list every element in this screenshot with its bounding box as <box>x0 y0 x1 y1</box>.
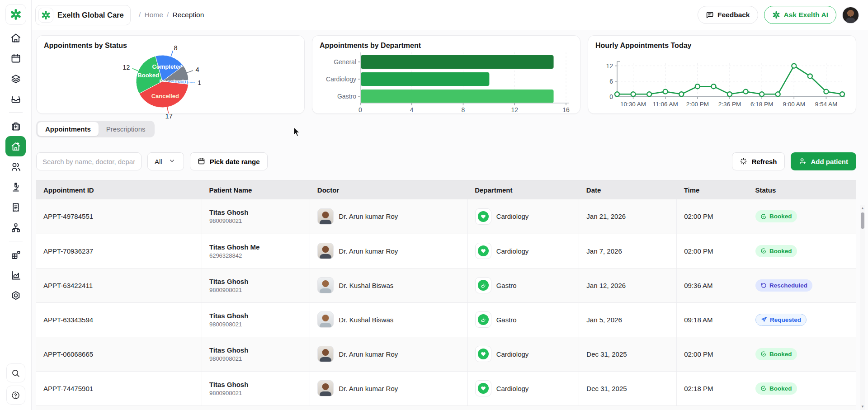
doctor-name: Dr. Arun kumar Roy <box>339 385 398 392</box>
sidebar-help-button[interactable] <box>6 386 25 405</box>
sidebar-item-layers[interactable] <box>5 68 26 89</box>
cardiology-icon <box>475 346 491 362</box>
svg-text:4: 4 <box>196 66 199 73</box>
hourly-chart-card: Hourly Appointments Today 061210:30 AM11… <box>588 35 856 114</box>
filter-value: All <box>155 158 162 165</box>
appointment-id: APPT-63343594 <box>36 302 202 337</box>
scroll-up-arrow[interactable]: ▲ <box>861 205 864 212</box>
sidebar-item-inbox[interactable] <box>5 89 26 109</box>
add-patient-button[interactable]: Add patient <box>791 152 857 170</box>
chart-title: Appointments by Status <box>44 42 297 50</box>
chart-title: Hourly Appointments Today <box>595 42 849 50</box>
reports-icon <box>10 270 21 281</box>
booked-icon <box>760 385 767 391</box>
help-icon <box>11 391 20 400</box>
patients-icon <box>10 161 21 172</box>
doctor-name: Dr. Arun kumar Roy <box>339 212 398 220</box>
booked-icon <box>760 213 767 220</box>
table-scrollbar[interactable]: ▲ ▼ <box>860 205 865 410</box>
main-column: Exelth Global Care / Home / Reception Fe… <box>32 0 868 410</box>
doctor-avatar <box>317 311 334 328</box>
patient-phone: 9800908021 <box>209 321 302 328</box>
search-input[interactable] <box>36 152 142 170</box>
status-badge: Booked <box>755 382 797 395</box>
doctor-avatar <box>317 346 334 362</box>
department-name: Cardiology <box>496 212 529 220</box>
table-row[interactable]: APPT-49784551Titas Ghosh9800908021Dr. Ar… <box>36 199 856 234</box>
table-toolbar: All Pick date range Refresh Add patient <box>36 152 856 170</box>
sidebar-item-departments[interactable] <box>5 217 26 238</box>
sidebar-item-reception[interactable] <box>5 136 26 156</box>
refresh-label: Refresh <box>752 158 777 165</box>
appointment-id: APPT-74475901 <box>36 371 202 405</box>
chart-cards-row: Appointments by Status 12Booked8Complete… <box>36 35 856 114</box>
gastro-icon <box>475 311 491 328</box>
sidebar-item-patients[interactable] <box>5 156 26 177</box>
date-range-button[interactable]: Pick date range <box>190 152 268 170</box>
header-actions: Feedback Ask Exelth AI <box>698 6 859 24</box>
svg-text:12: 12 <box>606 62 613 70</box>
sidebar-item-settings[interactable] <box>5 285 26 306</box>
sidebar-nav <box>5 28 26 306</box>
tab-prescriptions[interactable]: Prescriptions <box>99 122 153 136</box>
calendar-icon <box>198 157 206 165</box>
department-chart-card: Appointments by Department GeneralCardio… <box>312 35 580 114</box>
breadcrumb-home[interactable]: Home <box>144 11 163 19</box>
patient-phone: 9800908021 <box>209 287 302 293</box>
sidebar-bottom <box>6 363 25 405</box>
table-row[interactable]: APPT-70936237Titas Ghosh Me6296328842Dr.… <box>36 234 856 268</box>
scrollbar-thumb[interactable] <box>861 212 864 229</box>
department-name: Cardiology <box>496 350 529 358</box>
scroll-down-arrow[interactable]: ▼ <box>861 404 864 410</box>
appointment-id: APPT-70936237 <box>36 234 202 268</box>
appointment-id: APPT-49784551 <box>36 199 202 234</box>
table-row[interactable]: APPT-74475901Titas Ghosh9800908021Dr. Ar… <box>36 371 856 405</box>
status-badge: Booked <box>755 245 797 257</box>
refresh-button[interactable]: Refresh <box>732 152 785 170</box>
booked-icon <box>760 351 767 357</box>
breadcrumb-current: Reception <box>173 11 204 19</box>
col-appointment-id: Appointment ID <box>36 180 202 199</box>
department-name: Gastro <box>496 316 517 324</box>
sidebar-divider <box>9 241 23 241</box>
top-header: Exelth Global Care / Home / Reception Fe… <box>32 0 868 30</box>
appointment-time: 09:18 AM <box>677 302 748 337</box>
modules-icon <box>10 250 21 260</box>
table-row[interactable]: APPT-63343594Titas Ghosh9800908021Dr. Ku… <box>36 302 856 337</box>
status-filter-dropdown[interactable]: All <box>147 152 184 170</box>
pharmacy-icon <box>10 121 21 132</box>
appointment-id: APPT-06068665 <box>36 337 202 371</box>
status-badge: Booked <box>755 210 797 222</box>
sidebar-item-modules[interactable] <box>5 245 26 265</box>
table-row[interactable]: APPT-06068665Titas Ghosh9800908021Dr. Ar… <box>36 337 856 371</box>
brand-name: Exelth Global Care <box>57 11 124 19</box>
appointment-date: Jan 21, 2026 <box>579 199 677 234</box>
col-date: Date <box>579 180 677 199</box>
svg-text:11:06 AM: 11:06 AM <box>653 101 678 108</box>
patient-phone: 9800908021 <box>209 390 302 396</box>
appointment-date: Dec 31, 2025 <box>579 371 677 405</box>
sidebar-search-button[interactable] <box>6 363 25 382</box>
patient-phone: 6296328842 <box>209 252 302 259</box>
app-logo[interactable] <box>5 4 26 25</box>
ask-ai-button[interactable]: Ask Exelth AI <box>764 6 837 24</box>
svg-text:2:36 PM: 2:36 PM <box>718 101 741 108</box>
cardiology-icon <box>475 208 491 225</box>
sidebar-item-home[interactable] <box>5 28 26 48</box>
svg-text:Cardiology: Cardiology <box>326 75 356 83</box>
message-square-icon <box>706 11 714 19</box>
table-row[interactable]: APPT-63422411Titas Ghosh9800908021Dr. Ku… <box>36 268 856 302</box>
doctor-name: Dr. Arun kumar Roy <box>339 247 398 255</box>
sidebar-item-calendar[interactable] <box>5 48 26 68</box>
sidebar-item-pharmacy[interactable] <box>5 116 26 136</box>
status-badge: Requested <box>755 314 807 326</box>
doctor-name: Dr. Kushal Biswas <box>339 282 393 289</box>
org-selector[interactable]: Exelth Global Care <box>35 5 131 25</box>
feedback-button[interactable]: Feedback <box>698 6 758 24</box>
user-avatar[interactable] <box>842 7 859 24</box>
sidebar-item-lab[interactable] <box>5 177 26 197</box>
sidebar-item-reports[interactable] <box>5 265 26 285</box>
tab-appointments[interactable]: Appointments <box>38 122 99 136</box>
sidebar-item-billing[interactable] <box>5 197 26 217</box>
svg-text:4: 4 <box>410 106 414 113</box>
